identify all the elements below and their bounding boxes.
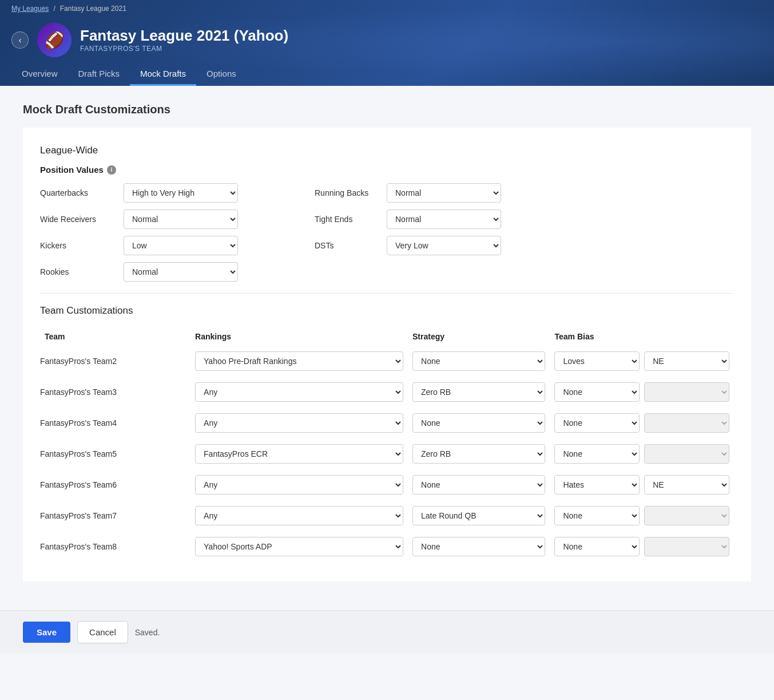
bias-team-select-3[interactable]: NEKCBUFLARDAL (644, 444, 729, 464)
table-row: FantasyPros's Team2AnyYahoo Pre-Draft Ra… (40, 348, 734, 374)
tab-options[interactable]: Options (196, 63, 247, 86)
rb-select[interactable]: Normal Very Low Low High High to Very Hi… (387, 183, 501, 203)
league-logo: 🏈 (37, 23, 72, 57)
bias-type-select-0[interactable]: NoneLovesHates (554, 351, 640, 371)
saved-status: Saved. (135, 628, 160, 637)
tab-draft-picks[interactable]: Draft Picks (68, 63, 130, 86)
table-row: FantasyPros's Team7AnyYahoo Pre-Draft Ra… (40, 503, 734, 529)
col-header-rankings: Rankings (190, 330, 408, 343)
bias-type-select-4[interactable]: NoneLovesHates (554, 475, 640, 495)
qb-label: Quarterbacks (40, 188, 114, 197)
strategy-select-6[interactable]: NoneZero RBLate Round QB (412, 537, 545, 556)
rankings-select-3[interactable]: AnyYahoo Pre-Draft RankingsYahoo! Sports… (195, 444, 403, 464)
wr-label: Wide Receivers (40, 215, 114, 224)
rankings-select-5[interactable]: AnyYahoo Pre-Draft RankingsYahoo! Sports… (195, 506, 403, 525)
rankings-select-0[interactable]: AnyYahoo Pre-Draft RankingsYahoo! Sports… (195, 351, 403, 371)
breadcrumb: My Leagues / Fantasy League 2021 (0, 0, 774, 17)
rankings-select-4[interactable]: AnyYahoo Pre-Draft RankingsYahoo! Sports… (195, 475, 403, 495)
strategy-select-0[interactable]: NoneZero RBLate Round QB (412, 351, 545, 371)
bias-team-select-0[interactable]: NEKCBUFLARDAL (644, 351, 729, 371)
page-title: Mock Draft Customizations (23, 103, 751, 116)
bias-group-6: NoneLovesHatesNEKCBUFLARDAL (554, 537, 729, 556)
league-wide-card: League-Wide Position Values i Quarterbac… (23, 128, 751, 582)
save-button[interactable]: Save (23, 622, 70, 643)
bias-group-5: NoneLovesHatesNEKCBUFLARDAL (554, 506, 729, 525)
nav-tabs: Overview Draft Picks Mock Drafts Options (0, 63, 774, 86)
info-icon[interactable]: i (107, 165, 116, 175)
league-wide-title: League-Wide (40, 145, 734, 156)
position-values-label: Position Values i (40, 165, 734, 175)
rankings-select-6[interactable]: AnyYahoo Pre-Draft RankingsYahoo! Sports… (195, 537, 403, 556)
rankings-select-1[interactable]: AnyYahoo Pre-Draft RankingsYahoo! Sports… (195, 382, 403, 402)
team-name-0: FantasyPros's Team2 (40, 348, 190, 374)
rookies-label: Rookies (40, 267, 114, 276)
rb-label: Running Backs (315, 188, 378, 197)
main-content: Mock Draft Customizations League-Wide Po… (0, 86, 774, 610)
col-header-bias: Team Bias (550, 330, 734, 343)
table-row: FantasyPros's Team3AnyYahoo Pre-Draft Ra… (40, 379, 734, 405)
qb-select[interactable]: High to Very High Very Low Low Normal Hi… (124, 183, 238, 203)
col-header-strategy: Strategy (408, 330, 550, 343)
table-row: FantasyPros's Team8AnyYahoo Pre-Draft Ra… (40, 533, 734, 560)
bias-type-select-3[interactable]: NoneLovesHates (554, 444, 640, 464)
strategy-select-4[interactable]: NoneZero RBLate Round QB (412, 475, 545, 495)
bias-team-select-5[interactable]: NEKCBUFLARDAL (644, 506, 729, 525)
bias-group-2: NoneLovesHatesNEKCBUFLARDAL (554, 413, 729, 433)
team-subtitle: FANTASYPROS'S TEAM (80, 45, 288, 53)
team-name-2: FantasyPros's Team4 (40, 410, 190, 436)
rankings-select-2[interactable]: AnyYahoo Pre-Draft RankingsYahoo! Sports… (195, 413, 403, 433)
bias-type-select-1[interactable]: NoneLovesHates (554, 382, 640, 402)
bias-type-select-6[interactable]: NoneLovesHates (554, 537, 640, 556)
table-row: FantasyPros's Team6AnyYahoo Pre-Draft Ra… (40, 472, 734, 498)
team-name-3: FantasyPros's Team5 (40, 441, 190, 467)
breadcrumb-my-leagues[interactable]: My Leagues (11, 5, 49, 13)
cancel-button[interactable]: Cancel (77, 621, 128, 643)
table-row: FantasyPros's Team4AnyYahoo Pre-Draft Ra… (40, 410, 734, 436)
team-customizations-title: Team Customizations (40, 305, 734, 317)
bias-team-select-4[interactable]: NEKCBUFLARDAL (644, 475, 729, 495)
bias-group-3: NoneLovesHatesNEKCBUFLARDAL (554, 444, 729, 464)
te-select[interactable]: Normal Very Low Low High High to Very Hi… (387, 209, 501, 229)
bias-group-0: NoneLovesHatesNEKCBUFLARDAL (554, 351, 729, 371)
footer-bar: Save Cancel Saved. (0, 610, 774, 654)
header: My Leagues / Fantasy League 2021 ‹ 🏈 Fan… (0, 0, 774, 86)
bias-team-select-6[interactable]: NEKCBUFLARDAL (644, 537, 729, 556)
bias-group-1: NoneLovesHatesNEKCBUFLARDAL (554, 382, 729, 402)
breadcrumb-separator: / (53, 5, 55, 13)
back-button[interactable]: ‹ (11, 31, 29, 49)
tab-mock-drafts[interactable]: Mock Drafts (130, 63, 196, 86)
wr-select[interactable]: Normal Very Low Low High High to Very Hi… (124, 209, 238, 229)
te-label: Tight Ends (315, 215, 378, 224)
dst-select[interactable]: Very Low Low Normal High High to Very Hi… (387, 236, 501, 255)
bias-team-select-1[interactable]: NEKCBUFLARDAL (644, 382, 729, 402)
league-title: Fantasy League 2021 (Yahoo) (80, 27, 288, 44)
bias-team-select-2[interactable]: NEKCBUFLARDAL (644, 413, 729, 433)
bias-group-4: NoneLovesHatesNEKCBUFLARDAL (554, 475, 729, 495)
kickers-label: Kickers (40, 241, 114, 250)
strategy-select-3[interactable]: NoneZero RBLate Round QB (412, 444, 545, 464)
tab-overview[interactable]: Overview (11, 63, 68, 86)
strategy-select-1[interactable]: NoneZero RBLate Round QB (412, 382, 545, 402)
kickers-select[interactable]: Low Very Low Normal High High to Very Hi… (124, 236, 238, 255)
team-name-5: FantasyPros's Team7 (40, 503, 190, 529)
col-header-team: Team (40, 330, 190, 343)
table-row: FantasyPros's Team5AnyYahoo Pre-Draft Ra… (40, 441, 734, 467)
team-name-4: FantasyPros's Team6 (40, 472, 190, 498)
team-name-1: FantasyPros's Team3 (40, 379, 190, 405)
team-name-6: FantasyPros's Team8 (40, 533, 190, 560)
bias-type-select-5[interactable]: NoneLovesHates (554, 506, 640, 525)
dst-label: DSTs (315, 241, 378, 250)
rookies-select[interactable]: Normal Very Low Low High High to Very Hi… (124, 262, 238, 282)
bias-type-select-2[interactable]: NoneLovesHates (554, 413, 640, 433)
strategy-select-2[interactable]: NoneZero RBLate Round QB (412, 413, 545, 433)
breadcrumb-current: Fantasy League 2021 (60, 5, 126, 13)
strategy-select-5[interactable]: NoneZero RBLate Round QB (412, 506, 545, 525)
team-customizations-table: Team Rankings Strategy Team Bias Fantasy… (40, 325, 734, 564)
